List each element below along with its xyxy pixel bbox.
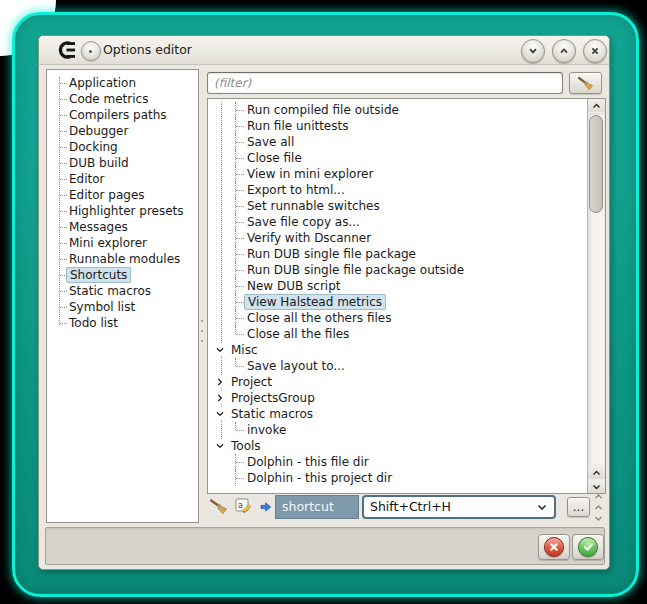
chevron-down-icon[interactable]	[593, 513, 604, 524]
svg-text:a: a	[238, 501, 243, 510]
chevron-down-icon	[526, 44, 540, 58]
shortcut-tree-row[interactable]: Close all the files	[209, 326, 587, 342]
window-menu-button[interactable]	[81, 41, 101, 61]
shortcut-tree-row[interactable]: Project	[209, 374, 587, 390]
window-menu-icon	[89, 50, 92, 53]
shortcut-tree-row[interactable]: Close file	[209, 150, 587, 166]
edit-text-icon: a	[235, 497, 252, 514]
sidebar-item[interactable]: Highlighter presets	[47, 203, 198, 219]
shortcut-tree-row[interactable]: Export to html...	[209, 182, 587, 198]
property-grid-scroll[interactable]	[591, 491, 605, 524]
sidebar-item[interactable]: Messages	[47, 219, 198, 235]
shortcut-tree-row[interactable]: Save file copy as...	[209, 214, 587, 230]
chevron-right-icon[interactable]	[214, 376, 226, 388]
sidebar-item[interactable]: Code metrics	[47, 91, 198, 107]
chevron-down-icon	[592, 483, 601, 491]
clear-shortcut-button[interactable]	[209, 496, 228, 515]
arrow-right-icon	[260, 501, 272, 513]
chevron-down-icon[interactable]	[214, 408, 226, 420]
chevron-up-icon	[592, 102, 601, 110]
sidebar-item[interactable]: Symbol list	[47, 299, 198, 315]
property-name: shortcut	[282, 499, 334, 514]
window-title: Options editor	[103, 36, 192, 64]
close-button[interactable]	[583, 39, 607, 63]
cancel-button[interactable]	[538, 534, 570, 560]
cancel-icon	[544, 537, 564, 557]
shortcut-tree-row[interactable]: Run file unittests	[209, 118, 587, 134]
ok-icon	[578, 537, 598, 557]
sidebar-item[interactable]: Shortcuts	[47, 267, 198, 283]
clear-filter-button[interactable]	[569, 72, 602, 94]
accept-button[interactable]	[572, 534, 604, 560]
titlebar[interactable]: Options editor	[39, 36, 609, 65]
shortcut-tree-row[interactable]: Misc	[209, 342, 587, 358]
shortcut-tree-row[interactable]: Save layout to...	[209, 358, 587, 374]
sidebar-item[interactable]: DUB build	[47, 155, 198, 171]
shortcut-value: Shift+Ctrl+H	[370, 499, 451, 514]
sidebar-item[interactable]: Mini explorer	[47, 235, 198, 251]
shortcut-tree-row[interactable]: Run compiled file outside	[209, 102, 587, 118]
shortcut-tree-row[interactable]: Save all	[209, 134, 587, 150]
filter-input[interactable]	[207, 72, 563, 94]
more-button[interactable]: ...	[567, 497, 590, 517]
scroll-up-button-2[interactable]	[588, 466, 605, 479]
shortcut-tree-row[interactable]: View in mini explorer	[209, 166, 587, 182]
maximize-button[interactable]	[552, 39, 576, 63]
shortcut-tree-panel: Run compiled file outside Run file unitt…	[207, 98, 606, 494]
shortcut-tree-row[interactable]: View Halstead metrics	[209, 294, 587, 310]
scroll-up-button[interactable]	[588, 99, 605, 112]
sidebar-item[interactable]: Todo list	[47, 315, 198, 331]
chevron-up-icon[interactable]	[593, 502, 604, 513]
shortcut-tree-row[interactable]: Dolphin - this project dir	[209, 470, 587, 486]
shortcut-tree-row[interactable]: ProjectsGroup	[209, 390, 587, 406]
shortcut-tree-row[interactable]: Set runnable switches	[209, 198, 587, 214]
close-icon	[588, 44, 602, 58]
chevron-right-icon[interactable]	[214, 392, 226, 404]
edit-shortcut-button[interactable]: a	[235, 497, 252, 514]
sidebar-item[interactable]: Editor	[47, 171, 198, 187]
category-panel: ApplicationCode metricsCompilers pathsDe…	[46, 69, 199, 523]
coedit-logo-icon	[55, 40, 77, 60]
sidebar-item[interactable]: Static macros	[47, 283, 198, 299]
shortcut-tree-row[interactable]: Verify with Dscanner	[209, 230, 587, 246]
shortcut-tree-row[interactable]: Run DUB single file package outside	[209, 262, 587, 278]
scrollbar-thumb[interactable]	[589, 115, 603, 213]
sidebar-tree: ApplicationCode metricsCompilers pathsDe…	[47, 70, 198, 522]
minimize-button[interactable]	[521, 39, 545, 63]
sidebar-item[interactable]: Compilers paths	[47, 107, 198, 123]
sidebar-item[interactable]: Runnable modules	[47, 251, 198, 267]
chevron-up-icon	[592, 469, 601, 477]
chevron-down-icon[interactable]	[535, 499, 549, 521]
shortcut-tree-row[interactable]: invoke	[209, 422, 587, 438]
sidebar-item[interactable]: Debugger	[47, 123, 198, 139]
shortcut-tree-row[interactable]: Tools	[209, 438, 587, 454]
shortcut-tree-row[interactable]: Close all the others files	[209, 310, 587, 326]
chevron-up-icon	[557, 44, 571, 58]
chevron-up-icon[interactable]	[593, 491, 604, 502]
chevron-down-icon[interactable]	[214, 440, 226, 452]
more-button-label: ...	[573, 502, 584, 512]
broom-icon	[577, 75, 594, 91]
shortcut-tree-row[interactable]: Run DUB single file package	[209, 246, 587, 262]
shortcut-tree-row[interactable]: New DUB script	[209, 278, 587, 294]
shortcut-tree-row[interactable]: Static macros	[209, 406, 587, 422]
options-editor-window: Options editor ApplicationCode metricsCo…	[38, 35, 610, 570]
chevron-down-icon[interactable]	[214, 344, 226, 356]
status-bar	[45, 527, 605, 565]
property-name-cell[interactable]: shortcut	[275, 495, 359, 519]
shortcut-tree-rows: Run compiled file outside Run file unitt…	[209, 102, 587, 492]
sidebar-item[interactable]: Docking	[47, 139, 198, 155]
shortcut-tree-row[interactable]: Dolphin - this file dir	[209, 454, 587, 470]
sidebar-item[interactable]: Editor pages	[47, 187, 198, 203]
shortcut-value-combobox[interactable]: Shift+Ctrl+H	[362, 495, 556, 519]
tree-scrollbar[interactable]	[587, 99, 605, 493]
sidebar-item[interactable]: Application	[47, 75, 198, 91]
broom-icon	[209, 497, 228, 515]
splitter-handle[interactable]	[199, 320, 204, 342]
